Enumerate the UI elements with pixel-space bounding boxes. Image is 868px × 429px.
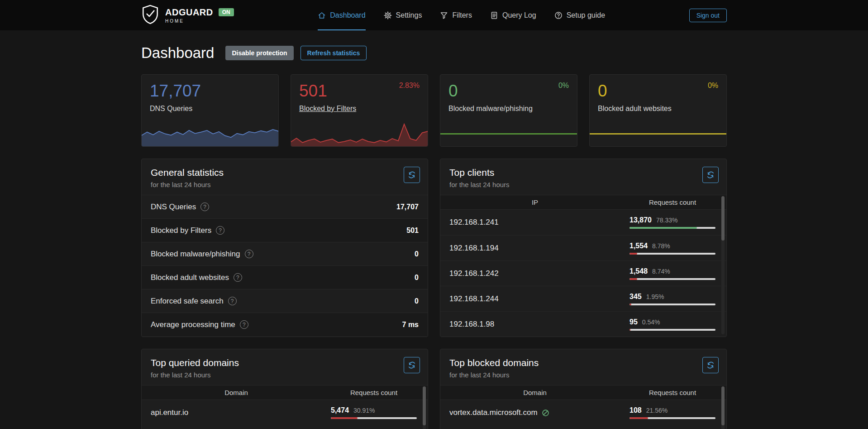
table-header: Domain Requests count [142, 385, 428, 400]
requests-count-cell: 13,870 78.33% [630, 216, 715, 229]
stat-percent: 0% [558, 82, 569, 90]
top-navbar: ADGUARD ON HOME Dashboard [0, 0, 868, 30]
stats-row: Enforced safe search? 0 [142, 289, 428, 313]
blocked-malware-sparkline [440, 120, 577, 147]
refresh-button[interactable] [702, 167, 719, 183]
brand-title: ADGUARD [165, 7, 213, 18]
stat-card-blocked-malware: 0% 0 Blocked malware/phishing [440, 74, 577, 147]
help-icon[interactable]: ? [228, 297, 237, 305]
stat-label: Blocked by Filters [151, 226, 211, 235]
domain-name-cell[interactable]: vortex.data.microsoft.com [440, 408, 630, 417]
panel-title: General statistics [151, 167, 419, 178]
stat-label: DNS Queries [150, 105, 270, 113]
table-header: IP Requests count [440, 195, 726, 210]
stat-value: 7 ms [402, 321, 419, 329]
disable-protection-button[interactable]: Disable protection [225, 46, 293, 60]
column-header-requests: Requests count [331, 389, 417, 396]
sign-out-button[interactable]: Sign out [689, 9, 727, 22]
client-ip[interactable]: 192.168.1.98 [440, 320, 630, 329]
blocked-by-filters-link[interactable]: Blocked by Filters [299, 105, 420, 113]
column-header-domain: Domain [142, 389, 331, 396]
table-row[interactable]: 192.168.1.194 1,554 8.78% [440, 235, 726, 260]
panel-subtitle: for the last 24 hours [151, 371, 419, 379]
tab-settings[interactable]: Settings [384, 0, 422, 30]
requests-progress-bar [630, 304, 715, 305]
stat-value: 0 [415, 274, 419, 282]
blocked-filters-sparkline [291, 120, 428, 147]
domain-name[interactable]: api.entur.io [142, 408, 331, 417]
panel-title: Top clients [449, 167, 717, 178]
panel-title: Top queried domains [151, 357, 419, 368]
scrollbar-thumb[interactable] [721, 196, 725, 241]
general-statistics-list: DNS Queries? 17,707 Blocked by Filters? … [142, 195, 428, 336]
refresh-button[interactable] [702, 357, 719, 373]
stat-value: 0 [598, 82, 718, 101]
requests-count-cell: 108 21.56% [630, 406, 715, 419]
stats-row: Blocked malware/phishing? 0 [142, 242, 428, 265]
help-icon[interactable]: ? [240, 320, 248, 329]
stat-card-blocked-by-filters: 2.83% 501 Blocked by Filters [291, 74, 428, 147]
tab-filters[interactable]: Filters [440, 0, 472, 30]
help-icon[interactable]: ? [245, 250, 253, 258]
scrollbar-thumb[interactable] [423, 386, 426, 425]
table-row[interactable]: vortex.data.microsoft.com 108 21.56% [440, 400, 726, 425]
top-clients-panel: Top clients for the last 24 hours IP Req… [440, 159, 727, 337]
requests-count: 5,474 [331, 406, 349, 415]
dns-queries-sparkline [141, 120, 279, 147]
vertical-scrollbar[interactable] [721, 196, 725, 334]
help-icon[interactable]: ? [216, 226, 224, 235]
help-icon[interactable]: ? [200, 202, 209, 211]
filter-check-icon[interactable] [542, 409, 549, 417]
vertical-scrollbar[interactable] [721, 386, 725, 429]
tab-query-log[interactable]: Query Log [490, 0, 536, 30]
panel-subtitle: for the last 24 hours [449, 371, 717, 379]
refresh-statistics-button[interactable]: Refresh statistics [300, 46, 367, 60]
stats-row: DNS Queries? 17,707 [142, 195, 428, 218]
stat-value: 17,707 [396, 203, 419, 211]
question-icon [554, 11, 563, 19]
main-navigation: Dashboard Settings Filters [234, 0, 689, 30]
requests-count: 1,554 [630, 242, 648, 250]
table-row[interactable]: 192.168.1.244 345 1.95% [440, 286, 726, 311]
stats-row: Blocked adult websites? 0 [142, 265, 428, 289]
shield-logo-icon [141, 5, 159, 26]
requests-progress-bar [630, 227, 715, 229]
refresh-button[interactable] [404, 167, 420, 183]
table-row[interactable]: api.entur.io 5,474 30.91% [142, 400, 428, 425]
help-icon[interactable]: ? [234, 273, 242, 282]
nav-label: Dashboard [330, 11, 365, 19]
column-header-domain: Domain [440, 389, 630, 396]
stat-card-dns-queries: 17,707 DNS Queries [141, 74, 279, 147]
client-ip[interactable]: 192.168.1.244 [440, 294, 630, 304]
panel-subtitle: for the last 24 hours [449, 181, 717, 188]
requests-count-cell: 345 1.95% [630, 293, 715, 305]
document-icon [490, 11, 498, 19]
refresh-button[interactable] [404, 357, 420, 373]
requests-progress-bar [630, 329, 715, 331]
stat-label: Average processing time [151, 320, 235, 329]
table-row[interactable]: 192.168.1.241 13,870 78.33% [440, 210, 726, 235]
panel-title: Top blocked domains [449, 357, 717, 368]
blocked-adult-sparkline [589, 120, 727, 147]
requests-percent: 8.74% [652, 268, 670, 275]
domain-name[interactable]: vortex.data.microsoft.com [449, 408, 538, 417]
client-ip[interactable]: 192.168.1.241 [440, 218, 630, 227]
table-row[interactable]: 192.168.1.242 1,548 8.74% [440, 260, 726, 286]
client-ip[interactable]: 192.168.1.242 [440, 269, 630, 278]
scrollbar-thumb[interactable] [721, 386, 725, 425]
client-ip[interactable]: 192.168.1.194 [440, 244, 630, 253]
tab-dashboard[interactable]: Dashboard [318, 0, 365, 30]
funnel-icon [440, 11, 448, 19]
stat-value: 501 [406, 227, 419, 235]
table-row[interactable]: 192.168.1.98 95 0.54% [440, 311, 726, 337]
top-blocked-domains-panel: Top blocked domains for the last 24 hour… [440, 349, 727, 429]
nav-label: Filters [452, 11, 472, 19]
panel-subtitle: for the last 24 hours [151, 181, 419, 188]
stat-percent: 2.83% [399, 82, 420, 90]
stat-label: Enforced safe search [151, 297, 224, 306]
adguard-logo[interactable]: ADGUARD ON HOME [141, 0, 234, 30]
gear-icon [384, 11, 392, 19]
vertical-scrollbar[interactable] [423, 386, 426, 429]
tab-setup-guide[interactable]: Setup guide [554, 0, 605, 30]
page-title: Dashboard [141, 44, 214, 62]
